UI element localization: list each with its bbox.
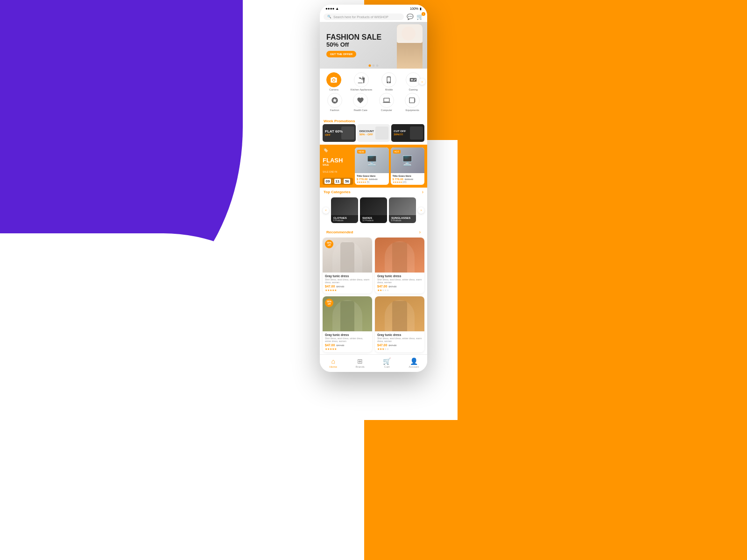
dot-2[interactable] xyxy=(373,64,375,67)
product-3-prices: $47.00 $47.00 xyxy=(325,343,370,347)
product-card-1[interactable]: 50%off Gray tunic dress Shirt dress, woo… xyxy=(323,238,372,294)
flash-product-2[interactable]: HOT Title Goes Here $ 776.00 $200.00 ★★★… xyxy=(391,147,425,185)
categories-row-2: Fashion Health Care Computer xyxy=(323,93,424,112)
product-1-tags: Shirt dress, wool dress, winter dress, w… xyxy=(325,278,370,284)
flash-product-1-name: Title Goes Here xyxy=(357,175,387,177)
clothes-overlay: CLOTHES 6 Products xyxy=(331,215,358,223)
dot-3[interactable] xyxy=(376,64,379,67)
top-categories-row: ‹ CLOTHES 6 Products SHOES 12 Products S… xyxy=(320,196,427,225)
product-card-4[interactable]: Gray tunic dress Shirt dress, wool dress… xyxy=(375,296,424,352)
get-offer-button[interactable]: GET THE OFFER xyxy=(326,51,356,57)
phone-frame: ●●●● ▲ 100% ▮ 🔍 Search here for Products… xyxy=(320,5,427,372)
recommended-section: Recommended › 50%off Gray tunic dress Sh… xyxy=(320,228,427,354)
product-card-3[interactable]: 50%off Gray tunic dress Shirt dress, woo… xyxy=(323,296,372,352)
product-3-silhouette xyxy=(340,301,354,331)
flash-product-1-info: Title Goes Here $ 776.00 $200.00 ★★★★★ (… xyxy=(355,173,389,185)
product-1-image: 50%off xyxy=(323,238,372,273)
camera-label: Camera xyxy=(329,88,338,91)
nav-account[interactable]: 👤 Account xyxy=(401,357,428,368)
product-3-info: Gray tunic dress Shirt dress, wool dress… xyxy=(323,331,372,352)
category-mobile[interactable]: Mobile xyxy=(381,72,396,91)
promo-cutoff[interactable]: CUT OFF 30%!!!! xyxy=(391,124,424,142)
product-2-prices: $47.00 $47.00 xyxy=(377,285,422,288)
cart-badge: 1 xyxy=(422,12,425,16)
product-2-stars: ★★★★★ xyxy=(377,288,422,292)
nav-home[interactable]: ⌂ Home xyxy=(320,357,347,368)
top-cat-shoes[interactable]: SHOES 12 Products xyxy=(360,197,387,223)
header-icons: 💬 🛒 1 xyxy=(407,14,423,20)
signal-area: ●●●● ▲ xyxy=(325,7,339,11)
categories-row-1: Camera Kitchen Appliances Mobile xyxy=(323,72,424,91)
battery-area: 100% ▮ xyxy=(410,7,422,11)
product-3-old-price: $47.00 xyxy=(336,344,344,347)
product-2-name: Gray tunic dress xyxy=(377,274,422,278)
message-icon[interactable]: 💬 xyxy=(407,14,414,20)
bg-white-wave xyxy=(0,233,327,560)
search-bar: 🔍 Search here for Products of WIISHOP 💬 … xyxy=(320,12,427,22)
cart-header-icon[interactable]: 🛒 1 xyxy=(416,14,423,20)
top-cat-clothes[interactable]: CLOTHES 6 Products xyxy=(331,197,358,223)
hero-title-line2: 50% Off xyxy=(326,41,381,48)
recommended-arrow[interactable]: › xyxy=(419,230,421,235)
flash-product-1[interactable]: NEW Title Goes Here $ 776.00 $200.00 ★★★… xyxy=(355,147,389,185)
categories-section: Camera Kitchen Appliances Mobile xyxy=(320,69,427,117)
shoes-overlay: SHOES 12 Products xyxy=(360,215,387,223)
flash-sale-title: FLASH SALE xyxy=(323,157,353,166)
home-icon: ⌂ xyxy=(331,357,335,365)
nav-cart[interactable]: 🛒 Cart xyxy=(374,357,401,368)
account-icon: 👤 xyxy=(410,357,418,365)
product-1-stars: ★★★★★ xyxy=(325,288,370,292)
nav-brands[interactable]: ⊞ Brands xyxy=(347,357,374,368)
categories-next-arrow[interactable]: › xyxy=(419,78,425,85)
dot-1[interactable] xyxy=(369,64,371,67)
product-2-info: Gray tunic dress Shirt dress, wool dress… xyxy=(375,273,424,294)
sunglasses-sub: 8 Products xyxy=(391,219,414,222)
product-1-sale-badge: 50%off xyxy=(325,240,333,248)
brands-icon: ⊞ xyxy=(357,357,363,365)
week-promotions-header: Week Promotions xyxy=(320,117,427,124)
computer-label: Computer xyxy=(381,109,392,112)
category-equipments[interactable]: Equipments xyxy=(405,93,420,112)
category-healthcare[interactable]: Health Care xyxy=(353,93,368,112)
promo-discount[interactable]: DISCOUNT 50% - OFF xyxy=(357,124,390,142)
category-kitchen[interactable]: Kitchen Appliances xyxy=(351,72,372,91)
status-bar: ●●●● ▲ 100% ▮ xyxy=(320,5,427,12)
product-4-image xyxy=(375,296,424,331)
hero-model-image xyxy=(397,24,423,69)
camera-icon-wrap xyxy=(326,72,341,87)
mobile-icon-wrap xyxy=(381,72,396,87)
product-1-price: $47.00 xyxy=(325,285,335,288)
hero-text: FASHION SALE 50% Off GET THE OFFER xyxy=(326,33,381,58)
product-card-2[interactable]: Gray tunic dress Shirt dress, wool dress… xyxy=(375,238,424,294)
product-3-tags: Shirt dress, wool dress, winter dress, w… xyxy=(325,337,370,343)
product-4-price: $47.00 xyxy=(377,343,387,347)
product-1-old-price: $47.00 xyxy=(336,285,344,288)
flash-product-2-stars: ★★★★★ (20) xyxy=(393,181,423,183)
search-input-wrapper[interactable]: 🔍 Search here for Products of WIISHOP xyxy=(324,14,404,20)
product-2-old-price: $47.00 xyxy=(388,285,396,288)
hero-title-line1: FASHION SALE xyxy=(326,33,381,42)
flash-timer: 09 : 11 : 56 xyxy=(323,178,353,185)
product-3-image: 50%off xyxy=(323,296,372,331)
product-4-name: Gray tunic dress xyxy=(377,333,422,336)
top-cat-next-arrow[interactable]: › xyxy=(418,207,424,214)
search-placeholder: Search here for Products of WIISHOP xyxy=(333,15,388,19)
product-2-tags: Shirt dress, wool dress, winter dress, w… xyxy=(377,278,422,284)
week-promotions-section: Week Promotions FLAT 60% OFF DISCOUNT 50… xyxy=(320,117,427,145)
top-categories-arrow[interactable]: › xyxy=(422,189,423,195)
wifi-icon: ▲ xyxy=(335,7,339,11)
nav-account-label: Account xyxy=(409,365,419,368)
mobile-label: Mobile xyxy=(385,88,393,91)
top-cat-sunglasses[interactable]: SUNGLASSES 8 Products xyxy=(389,197,416,223)
category-camera[interactable]: Camera xyxy=(326,72,341,91)
top-cat-prev-arrow[interactable]: ‹ xyxy=(323,207,329,214)
product-1-name: Gray tunic dress xyxy=(325,274,370,278)
shoes-sub: 12 Products xyxy=(362,219,385,222)
product-3-price: $47.00 xyxy=(325,343,335,347)
recommended-header: Recommended › xyxy=(323,228,424,236)
promo-flat60[interactable]: FLAT 60% OFF xyxy=(323,124,356,142)
category-fashion[interactable]: Fashion xyxy=(327,93,342,112)
product-3-stars: ★★★★★ xyxy=(325,347,370,350)
product-1-prices: $47.00 $47.00 xyxy=(325,285,370,288)
category-computer[interactable]: Computer xyxy=(379,93,394,112)
